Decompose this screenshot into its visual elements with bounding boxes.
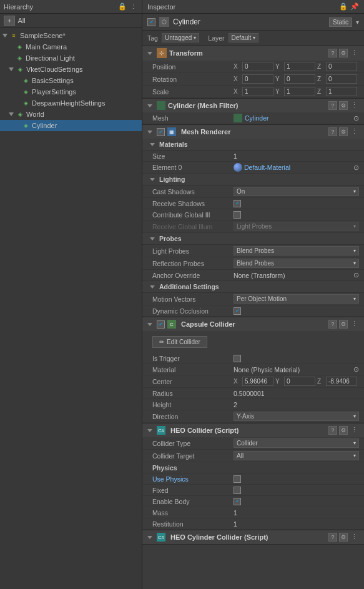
is-trigger-checkbox[interactable] (234, 355, 241, 362)
tree-item-world[interactable]: ◈ World (0, 109, 142, 120)
mesh-renderer-menu-btn[interactable]: ⋮ (350, 127, 359, 136)
heo-collider-collapse (147, 429, 152, 432)
transform-menu-btn[interactable]: ⋮ (350, 49, 359, 57)
lighting-subsection-header[interactable]: Lighting (142, 174, 364, 186)
hierarchy-header-actions: 🔒 ⋮ (118, 2, 138, 11)
light-probes-dropdown[interactable]: Blend Probes (234, 246, 359, 255)
heo-menu-btn[interactable]: ⋮ (350, 426, 359, 435)
direction-dropdown[interactable]: Y-Axis (234, 412, 359, 421)
edit-collider-button[interactable]: ✏ Edit Collider (152, 336, 207, 348)
probes-subsection-header[interactable]: Probes (142, 233, 364, 245)
tree-item-vket-cloud[interactable]: ◈ VketCloudSettings (0, 64, 142, 75)
tree-item-sample-scene[interactable]: ≡ SampleScene* (0, 30, 142, 41)
collider-type-dropdown[interactable]: Collider (234, 438, 359, 448)
capsule-help-btn[interactable]: ? (328, 320, 337, 329)
material-ball-icon (234, 163, 242, 172)
heo-cylinder-help-btn[interactable]: ? (328, 533, 337, 542)
rotation-z[interactable] (326, 74, 357, 84)
capsule-settings-btn[interactable]: ⚙ (339, 320, 348, 329)
hierarchy-lock-icon[interactable]: 🔒 (118, 2, 127, 11)
capsule-menu-btn[interactable]: ⋮ (350, 320, 359, 329)
heo-settings-btn[interactable]: ⚙ (339, 426, 348, 435)
dynamic-occlusion-checkbox[interactable] (234, 307, 241, 315)
tree-item-basic-settings[interactable]: ◈ BasicSettings (0, 75, 142, 86)
receive-shadows-checkbox[interactable] (234, 200, 241, 207)
scale-x[interactable] (242, 87, 273, 96)
use-physics-checkbox[interactable] (234, 475, 241, 483)
center-y[interactable] (284, 377, 315, 386)
transform-header[interactable]: ⊹ Transform ? ⚙ ⋮ (142, 46, 364, 61)
layer-dropdown[interactable]: Default (229, 33, 259, 42)
hierarchy-menu-icon[interactable]: ⋮ (129, 2, 138, 11)
heo-cylinder-collider-header[interactable]: C# HEO Cylinder Collider (Script) ? ⚙ ⋮ (142, 530, 364, 544)
mesh-filter-menu-btn[interactable]: ⋮ (350, 101, 359, 110)
transform-help-btn[interactable]: ? (328, 49, 337, 57)
position-y[interactable] (284, 62, 315, 71)
mesh-value[interactable]: Cylinder (245, 114, 351, 122)
motion-vectors-dropdown[interactable]: Per Object Motion (234, 294, 359, 304)
mesh-renderer-section: ▦ Mesh Renderer ? ⚙ ⋮ Materials Size 1 E… (142, 125, 364, 317)
heo-cylinder-settings-btn[interactable]: ⚙ (339, 533, 348, 542)
mesh-select-icon[interactable]: ⊙ (353, 114, 359, 122)
collider-target-dropdown[interactable]: All (234, 451, 359, 460)
anchor-select-icon[interactable]: ⊙ (353, 271, 359, 279)
reflection-probes-dropdown[interactable]: Blend Probes (234, 259, 359, 268)
materials-subsection-header[interactable]: Materials (142, 139, 364, 151)
tree-item-player-settings[interactable]: ◈ PlayerSettings (0, 86, 142, 97)
mesh-value-row: Cylinder ⊙ (234, 114, 359, 122)
center-x[interactable] (242, 377, 273, 386)
heo-help-btn[interactable]: ? (328, 426, 337, 435)
mesh-filter-settings-btn[interactable]: ⚙ (339, 101, 348, 110)
heo-collider-actions: ? ⚙ ⋮ (328, 426, 359, 435)
static-dropdown-arrow[interactable]: ▾ (356, 19, 359, 26)
mesh-renderer-help-btn[interactable]: ? (328, 127, 337, 136)
rotation-y[interactable] (284, 74, 315, 84)
collider-material-select-icon[interactable]: ⊙ (353, 365, 359, 374)
inspector-scroll[interactable]: ⬡ Cylinder Static ▾ Tag Untagged Layer D… (142, 14, 364, 589)
inspector-pin-icon[interactable]: 📌 (350, 2, 359, 11)
mesh-renderer-header[interactable]: ▦ Mesh Renderer ? ⚙ ⋮ (142, 125, 364, 139)
use-physics-label[interactable]: Use Physics (152, 475, 234, 483)
object-active-checkbox[interactable] (147, 18, 155, 26)
contribute-gi-checkbox[interactable] (234, 211, 241, 219)
static-button[interactable]: Static (329, 17, 352, 27)
position-x[interactable] (242, 62, 273, 71)
center-z[interactable] (326, 377, 357, 386)
position-z[interactable] (326, 62, 357, 71)
anchor-override-row: Anchor Override None (Transform) ⊙ (142, 270, 364, 281)
inspector-lock-icon[interactable]: 🔒 (339, 2, 348, 11)
rotation-x[interactable] (242, 74, 273, 84)
receive-shadows-row: Receive Shadows (142, 198, 364, 209)
mass-label: Mass (152, 509, 234, 517)
capsule-collider-enable-check[interactable] (157, 320, 165, 329)
scale-y[interactable] (284, 87, 315, 96)
hierarchy-panel: Hierarchy 🔒 ⋮ + All ≡ SampleScene* ◈ Mai… (0, 0, 142, 589)
capsule-collider-icon: C (167, 320, 176, 329)
tree-item-directional-light[interactable]: ◈ Directional Light (0, 52, 142, 64)
materials-element0-value[interactable]: Default-Material (244, 164, 351, 171)
collider-center-xyz: X Y Z (234, 377, 359, 386)
mesh-renderer-settings-btn[interactable]: ⚙ (339, 127, 348, 136)
tree-item-main-camera[interactable]: ◈ Main Camera (0, 41, 142, 52)
enable-body-checkbox[interactable] (234, 498, 241, 505)
add-object-button[interactable]: + (4, 16, 15, 26)
mesh-filter-help-btn[interactable]: ? (328, 101, 337, 110)
heo-collider-header[interactable]: C# HEO Collider (Script) ? ⚙ ⋮ (142, 423, 364, 437)
fixed-checkbox[interactable] (234, 487, 241, 494)
material-select-icon[interactable]: ⊙ (353, 164, 359, 172)
mesh-renderer-enable-check[interactable] (157, 128, 165, 136)
tree-item-despawn[interactable]: ◈ DespawnHeightSettings (0, 97, 142, 109)
mesh-filter-header[interactable]: Cylinder (Mesh Filter) ? ⚙ ⋮ (142, 99, 364, 112)
tree-item-cylinder[interactable]: ◈ Cylinder (0, 120, 142, 131)
rotation-xyz: X Y Z (234, 74, 359, 84)
receive-gi-label: Receive Global Illum (152, 223, 234, 230)
tag-dropdown[interactable]: Untagged (162, 33, 199, 42)
additional-settings-header[interactable]: Additional Settings (142, 281, 364, 293)
cast-shadows-dropdown[interactable]: On (234, 187, 359, 196)
is-trigger-label: Is Trigger (152, 355, 234, 362)
transform-settings-btn[interactable]: ⚙ (339, 49, 348, 57)
capsule-collider-header[interactable]: C Capsule Collider ? ⚙ ⋮ (142, 317, 364, 331)
scale-z[interactable] (326, 87, 357, 96)
receive-gi-dropdown[interactable]: Light Probes (234, 222, 359, 231)
heo-cylinder-menu-btn[interactable]: ⋮ (350, 533, 359, 542)
